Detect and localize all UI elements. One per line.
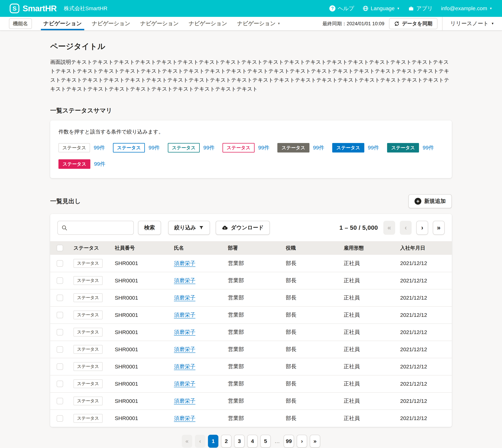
cloud-download-icon <box>222 225 228 231</box>
employee-id: SHR0001 <box>109 341 168 358</box>
brand-name: SmartHR <box>23 4 57 13</box>
employee-name-link[interactable]: 須磨栄子 <box>174 329 195 335</box>
employment-type: 正社員 <box>338 255 395 272</box>
chevron-down-icon: ▼ <box>491 22 494 25</box>
nav-item[interactable]: ナビゲーション <box>184 17 232 30</box>
search-icon <box>61 225 67 231</box>
search-button[interactable]: 検索 <box>138 221 161 235</box>
prev-page-button: ‹ <box>400 221 412 235</box>
filter-button-label: 絞り込み <box>174 224 196 231</box>
employee-name-link[interactable]: 須磨栄子 <box>174 415 195 421</box>
page-title: ページタイトル <box>50 41 452 52</box>
row-checkbox[interactable] <box>57 346 63 353</box>
page-number-button[interactable]: 1 <box>208 435 218 448</box>
row-checkbox[interactable] <box>57 415 63 422</box>
nav-item[interactable]: ナビゲーション <box>135 17 184 30</box>
row-checkbox[interactable] <box>57 398 63 404</box>
page-number-button[interactable]: 3 <box>234 435 245 448</box>
status-badge-group: ステータス99件 <box>387 143 434 153</box>
row-checkbox[interactable] <box>57 329 63 336</box>
status-label: ステータス <box>73 311 102 319</box>
employee-id: SHR0001 <box>109 375 168 392</box>
status-count-link[interactable]: 99件 <box>258 144 269 151</box>
pagination-ellipsis: … <box>273 438 281 444</box>
last-sync-label: 最終同期：2024/01/01 10:09 <box>322 20 384 27</box>
page-number-button[interactable]: 4 <box>247 435 258 448</box>
column-header: 雇用形態 <box>338 241 395 255</box>
last-page-button[interactable]: » <box>433 221 445 235</box>
table-row: ステータスSHR0001須磨栄子営業部部長正社員2021/12/12 <box>50 410 452 427</box>
next-page-button[interactable]: › <box>297 435 307 448</box>
next-page-button[interactable]: › <box>416 221 428 235</box>
employment-type: 正社員 <box>338 375 395 392</box>
filter-button[interactable]: 絞り込み <box>168 221 210 235</box>
sync-data-button[interactable]: データを同期 <box>389 18 437 29</box>
status-count-link[interactable]: 99件 <box>203 144 215 151</box>
language-menu[interactable]: Language ▼ <box>363 5 400 12</box>
last-page-button[interactable]: » <box>310 435 320 448</box>
page-number-button[interactable]: 99 <box>284 435 294 448</box>
row-checkbox[interactable] <box>57 312 63 318</box>
nav-item[interactable]: ナビゲーション <box>87 17 135 30</box>
nav-item[interactable]: ナビゲーション▼ <box>232 17 285 30</box>
row-checkbox[interactable] <box>57 277 63 284</box>
top-pager: « ‹ › » <box>383 221 445 235</box>
add-new-label: 新規追加 <box>424 197 446 205</box>
department: 営業部 <box>222 324 280 341</box>
row-checkbox[interactable] <box>57 381 63 387</box>
table-row: ステータスSHR0001須磨栄子営業部部長正社員2021/12/12 <box>50 358 452 375</box>
select-all-checkbox[interactable] <box>57 245 63 251</box>
employee-id: SHR0001 <box>109 324 168 341</box>
smarthr-logo[interactable]: S SmartHR <box>10 4 57 13</box>
employee-name-link[interactable]: 須磨栄子 <box>174 312 195 318</box>
status-badge-group: ステータス99件 <box>332 143 379 153</box>
status-count-link[interactable]: 99件 <box>94 144 105 151</box>
column-header: 社員番号 <box>109 241 168 255</box>
table-row: ステータスSHR0001須磨栄子営業部部長正社員2021/12/12 <box>50 392 452 410</box>
help-menu[interactable]: ? ヘルプ <box>329 5 354 12</box>
employee-id: SHR0001 <box>109 255 168 272</box>
table-row: ステータスSHR0001須磨栄子営業部部長正社員2021/12/12 <box>50 375 452 392</box>
apps-menu[interactable]: アプリ <box>408 5 433 12</box>
chevron-down-icon: ▼ <box>489 7 492 10</box>
status-count-link[interactable]: 99件 <box>94 160 105 168</box>
employee-name-link[interactable]: 須磨栄子 <box>174 277 195 283</box>
employee-id: SHR0001 <box>109 272 168 289</box>
page-number-button[interactable]: 5 <box>260 435 271 448</box>
row-checkbox[interactable] <box>57 260 63 267</box>
status-count-link[interactable]: 99件 <box>313 144 324 151</box>
hire-date: 2021/12/12 <box>395 392 452 410</box>
employee-name-link[interactable]: 須磨栄子 <box>174 363 195 369</box>
status-label: ステータス <box>73 397 102 405</box>
download-button[interactable]: ダウンロード <box>216 221 270 235</box>
page-number-button[interactable]: 2 <box>221 435 232 448</box>
row-checkbox[interactable] <box>57 363 63 370</box>
release-notes-menu[interactable]: リリースノート ▼ <box>442 20 502 27</box>
hire-date: 2021/12/12 <box>395 306 452 324</box>
hire-date: 2021/12/12 <box>395 341 452 358</box>
status-count-link[interactable]: 99件 <box>368 144 379 151</box>
refresh-icon <box>394 21 400 26</box>
search-input[interactable] <box>57 221 134 235</box>
release-notes-label: リリースノート <box>450 20 489 27</box>
department: 営業部 <box>222 306 280 324</box>
status-count-link[interactable]: 99件 <box>423 144 434 151</box>
chevron-down-icon: ▼ <box>397 7 400 10</box>
row-checkbox[interactable] <box>57 295 63 301</box>
status-count-link[interactable]: 99件 <box>149 144 160 151</box>
employee-name-link[interactable]: 須磨栄子 <box>174 346 195 352</box>
status-badge-group: ステータス99件 <box>277 143 324 153</box>
employee-name-link[interactable]: 須磨栄子 <box>174 260 195 266</box>
employee-name-link[interactable]: 須磨栄子 <box>174 295 195 301</box>
apps-label: アプリ <box>416 5 433 12</box>
account-menu[interactable]: info@example.com ▼ <box>441 5 492 12</box>
hire-date: 2021/12/12 <box>395 324 452 341</box>
department: 営業部 <box>222 410 280 427</box>
hire-date: 2021/12/12 <box>395 410 452 427</box>
table-row: ステータスSHR0001須磨栄子営業部部長正社員2021/12/12 <box>50 255 452 272</box>
add-new-button[interactable]: + 新規追加 <box>408 194 452 208</box>
employee-name-link[interactable]: 須磨栄子 <box>174 398 195 404</box>
chevron-down-icon: ▼ <box>277 22 280 25</box>
nav-item[interactable]: ナビゲーション <box>38 17 87 30</box>
employee-name-link[interactable]: 須磨栄子 <box>174 381 195 386</box>
